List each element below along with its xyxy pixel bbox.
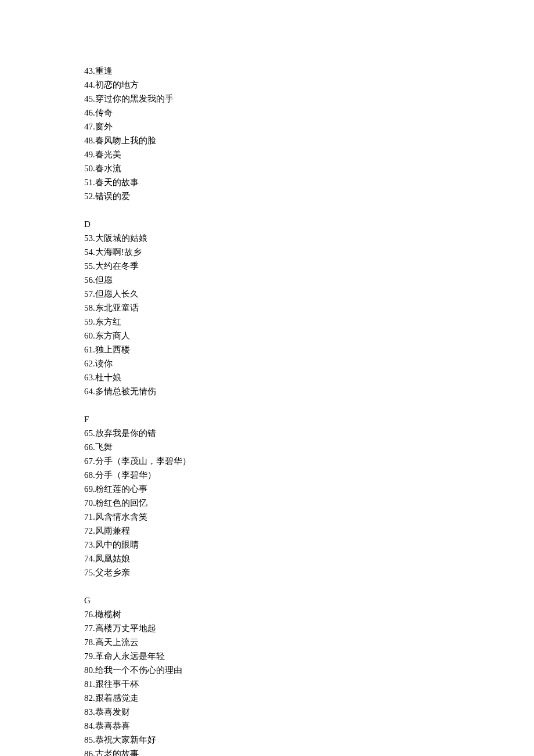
item-number: 46 bbox=[84, 108, 93, 117]
item-number: 69 bbox=[84, 484, 93, 494]
item-number: 80 bbox=[84, 665, 93, 675]
item-title: 放弃我是你的错 bbox=[95, 429, 156, 438]
item-title: 风雨兼程 bbox=[95, 526, 130, 535]
item-title: 风中的眼睛 bbox=[95, 540, 139, 549]
list-item: 62.读你 bbox=[84, 357, 488, 370]
section-header-d: D bbox=[84, 217, 488, 231]
item-title: 橄榄树 bbox=[95, 610, 121, 619]
item-number: 50 bbox=[84, 164, 93, 173]
item-title: 高天上流云 bbox=[95, 638, 139, 647]
item-title: 分手（李茂山，李碧华） bbox=[95, 456, 191, 466]
item-number: 57 bbox=[84, 289, 93, 298]
item-number: 59 bbox=[84, 317, 93, 326]
item-title: 革命人永远是年轻 bbox=[95, 651, 165, 661]
item-title: 重逢 bbox=[95, 66, 113, 75]
list-item: 78.高天上流云 bbox=[84, 635, 488, 649]
list-item: 43.重逢 bbox=[84, 64, 488, 78]
item-title: 跟着感觉走 bbox=[95, 693, 139, 703]
item-title: 大海啊!故乡 bbox=[95, 247, 142, 257]
list-item: 77.高楼万丈平地起 bbox=[84, 621, 488, 635]
item-number: 79 bbox=[84, 651, 93, 661]
item-title: 分手（李碧华） bbox=[95, 470, 156, 480]
list-item: 52.错误的爱 bbox=[84, 189, 488, 203]
item-title: 错误的爱 bbox=[95, 192, 130, 201]
item-title: 杜十娘 bbox=[95, 373, 121, 382]
item-number: 53 bbox=[84, 233, 93, 243]
item-number: 61 bbox=[84, 345, 93, 354]
item-number: 74 bbox=[84, 554, 93, 563]
item-title: 古老的故事 bbox=[95, 749, 139, 756]
item-number: 84 bbox=[84, 721, 93, 730]
item-title: 大阪城的姑娘 bbox=[95, 233, 147, 243]
item-number: 48 bbox=[84, 136, 93, 145]
list-item: 63.杜十娘 bbox=[84, 370, 488, 384]
item-title: 春风吻上我的脸 bbox=[95, 136, 156, 145]
item-number: 52 bbox=[84, 192, 93, 201]
item-number: 72 bbox=[84, 526, 93, 535]
item-number: 77 bbox=[84, 624, 93, 633]
item-title: 恭祝大家新年好 bbox=[95, 735, 156, 744]
list-item: 80.给我一个不伤心的理由 bbox=[84, 663, 488, 677]
item-title: 独上西楼 bbox=[95, 345, 130, 354]
list-item: 83.恭喜发财 bbox=[84, 705, 488, 719]
item-title: 窗外 bbox=[95, 122, 113, 131]
item-title: 但愿人长久 bbox=[95, 289, 139, 298]
item-title: 初恋的地方 bbox=[95, 80, 139, 89]
list-item: 54.大海啊!故乡 bbox=[84, 245, 488, 259]
item-number: 71 bbox=[84, 512, 93, 521]
item-title: 凤凰姑娘 bbox=[95, 554, 130, 563]
list-item: 61.独上西楼 bbox=[84, 343, 488, 357]
item-title: 恭喜发财 bbox=[95, 707, 130, 717]
list-item: 74.凤凰姑娘 bbox=[84, 552, 488, 566]
item-number: 60 bbox=[84, 331, 93, 340]
item-title: 穿过你的黑发我的手 bbox=[95, 94, 174, 103]
item-title: 多情总被无情伤 bbox=[95, 387, 156, 396]
item-title: 高楼万丈平地起 bbox=[95, 624, 156, 633]
item-number: 82 bbox=[84, 693, 93, 703]
item-number: 86 bbox=[84, 749, 93, 756]
item-title: 但愿 bbox=[95, 275, 113, 285]
section-block: 53.大阪城的姑娘54.大海啊!故乡55.大约在冬季56.但愿57.但愿人长久5… bbox=[84, 231, 488, 398]
item-number: 76 bbox=[84, 610, 93, 619]
item-number: 78 bbox=[84, 638, 93, 647]
list-item: 64.多情总被无情伤 bbox=[84, 384, 488, 398]
item-number: 65 bbox=[84, 429, 93, 438]
list-item: 75.父老乡亲 bbox=[84, 566, 488, 579]
item-number: 66 bbox=[84, 442, 93, 452]
item-number: 43 bbox=[84, 66, 93, 75]
item-number: 56 bbox=[84, 275, 93, 285]
item-title: 粉红莲的心事 bbox=[95, 484, 147, 494]
list-item: 45.穿过你的黑发我的手 bbox=[84, 92, 488, 106]
item-title: 读你 bbox=[95, 359, 113, 368]
section-block: 43.重逢44.初恋的地方45.穿过你的黑发我的手46.传奇47.窗外48.春风… bbox=[84, 64, 488, 203]
list-item: 47.窗外 bbox=[84, 120, 488, 134]
list-item: 69.粉红莲的心事 bbox=[84, 482, 488, 496]
list-item: 58.东北亚童话 bbox=[84, 301, 488, 315]
item-number: 44 bbox=[84, 80, 93, 89]
item-number: 45 bbox=[84, 94, 93, 103]
item-title: 东方红 bbox=[95, 317, 121, 326]
list-item: 79.革命人永远是年轻 bbox=[84, 649, 488, 663]
item-number: 75 bbox=[84, 568, 93, 577]
item-title: 东方商人 bbox=[95, 331, 130, 340]
list-item: 48.春风吻上我的脸 bbox=[84, 134, 488, 147]
list-item: 73.风中的眼睛 bbox=[84, 538, 488, 552]
list-item: 76.橄榄树 bbox=[84, 607, 488, 621]
item-title: 跟往事干杯 bbox=[95, 679, 139, 689]
list-item: 49.春光美 bbox=[84, 147, 488, 161]
list-item: 60.东方商人 bbox=[84, 329, 488, 343]
item-title: 大约在冬季 bbox=[95, 261, 139, 271]
item-number: 63 bbox=[84, 373, 93, 382]
item-title: 粉红色的回忆 bbox=[95, 498, 147, 507]
list-item: 85.恭祝大家新年好 bbox=[84, 733, 488, 747]
section-header-f: F bbox=[84, 412, 488, 426]
item-number: 51 bbox=[84, 178, 93, 187]
list-item: 86.古老的故事 bbox=[84, 747, 488, 756]
section-header-g: G bbox=[84, 593, 488, 607]
item-title: 给我一个不伤心的理由 bbox=[95, 665, 182, 675]
item-title: 飞舞 bbox=[95, 442, 113, 452]
item-number: 70 bbox=[84, 498, 93, 507]
item-number: 55 bbox=[84, 261, 93, 271]
item-title: 风含情水含笑 bbox=[95, 512, 147, 521]
item-title: 东北亚童话 bbox=[95, 303, 139, 312]
